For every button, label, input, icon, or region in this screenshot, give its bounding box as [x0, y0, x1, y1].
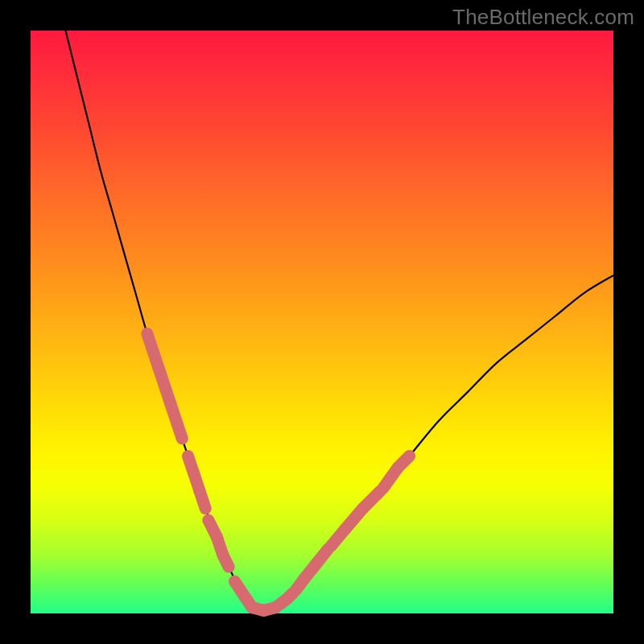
marker-segment	[363, 491, 381, 509]
bottleneck-curve	[65, 31, 613, 609]
chart-frame: TheBottleneck.com	[0, 0, 644, 644]
marker-segment	[223, 555, 229, 567]
highlight-markers	[147, 333, 410, 610]
marker-segment	[171, 403, 182, 438]
watermark-text: TheBottleneck.com	[452, 5, 634, 30]
chart-svg	[31, 31, 613, 613]
marker-segment	[398, 456, 409, 468]
marker-segment	[200, 491, 205, 509]
marker-segment	[316, 549, 328, 564]
